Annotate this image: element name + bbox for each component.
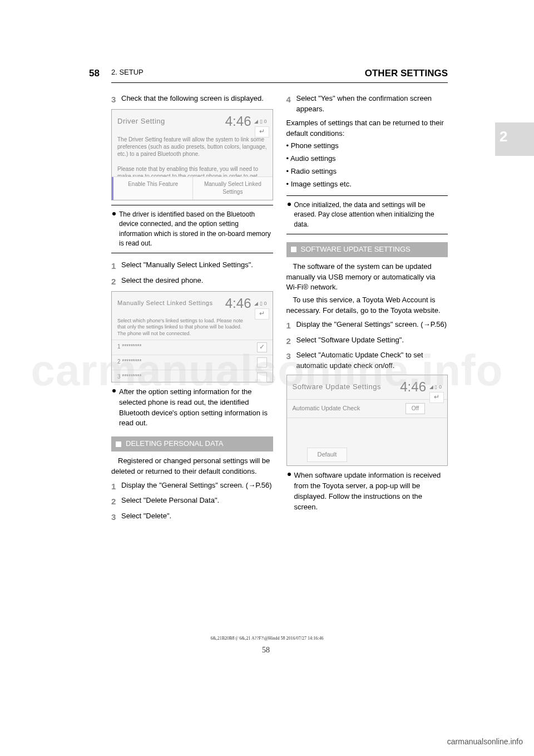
example-2: • Audio settings [286, 154, 448, 164]
sw-intro-1: The software of the system can be update… [286, 262, 448, 293]
step-number: 2 [286, 335, 296, 347]
screen-header: Driver Setting 4:46 ◢ ▯ 0 [112, 110, 273, 134]
screen-title: Driver Setting [117, 116, 165, 127]
step-text: Select "Manually Select Linked Settings"… [121, 260, 273, 272]
step-text: Select "Yes" when the confirmation scree… [296, 94, 448, 115]
phone-row-label: 3 ********* [117, 373, 141, 381]
screen-text-1: The Driver Setting feature will allow th… [112, 134, 273, 160]
phone-row-2[interactable]: 2 ********* [112, 355, 273, 370]
footer-url: carmanualsonline.info [447, 737, 523, 746]
software-update-screenshot: Software Update Settings 4:46 ◢ ▯ 0 ↵ Au… [286, 375, 448, 466]
step-number: 4 [286, 94, 296, 115]
sw-intro-2: To use this service, a Toyota Web Accoun… [286, 295, 448, 316]
heading-software-update: SOFTWARE UPDATE SETTINGS [286, 242, 448, 257]
step-text: Select "Software Update Setting". [296, 335, 448, 347]
step-number: 1 [111, 480, 121, 493]
phone-row-label: 1 ********* [117, 343, 141, 351]
example-1: • Phone settings [286, 141, 448, 151]
phone-row-label: 2 ********* [117, 358, 141, 366]
setting-label: Automatic Update Check [293, 404, 360, 413]
status-icons: ◢ ▯ 0 [254, 118, 266, 125]
back-button[interactable]: ↵ [255, 308, 269, 320]
document-page: 58 2. SETUP OTHER SETTINGS 2 3 Check tha… [0, 0, 534, 756]
delete-step-1: 1 Display the "General Settings" screen.… [111, 480, 273, 493]
step-number: 3 [111, 511, 121, 523]
page-number-top: 58 [89, 68, 100, 79]
phone-row-3[interactable]: 3 ********* [112, 370, 273, 385]
default-button[interactable]: Default [307, 448, 348, 462]
step-number: 3 [286, 350, 296, 371]
delete-intro: Registered or changed personal settings … [111, 456, 273, 477]
screen-clock: 4:46 [225, 294, 251, 313]
sw-step-1: 1 Display the "General Settings" screen.… [286, 320, 448, 332]
screen-clock: 4:46 [400, 377, 426, 397]
screen-desc: Select which phone's linked settings to … [112, 316, 273, 340]
back-button[interactable]: ↵ [429, 392, 444, 403]
legal-footer: 6&,21B20B8 (/ 6&,21 A??F?\@Hindd 58 2016… [194, 636, 340, 641]
step-text: Select "Delete". [121, 511, 273, 523]
side-tab: 2 [495, 122, 534, 156]
status-icons: ◢ ▯ 0 [429, 384, 442, 391]
step-number: 2 [111, 276, 121, 288]
step-number: 1 [286, 320, 296, 332]
heading-delete-personal-data: DELETING PERSONAL DATA [111, 436, 273, 451]
hint-text: The driver is identified based on the Bl… [111, 210, 273, 249]
step-number: 2 [111, 495, 121, 508]
screen-title: Software Update Settings [293, 382, 381, 392]
screen-title: Manually Select Linked Settings [117, 299, 212, 308]
top-rule [111, 82, 448, 83]
hint-text: Once initialized, the data and settings … [286, 200, 448, 229]
bullet-sw-popup: When software update information is rece… [286, 470, 448, 512]
examples-intro: Examples of settings that can be returne… [286, 118, 448, 139]
page-number-bottom: 58 [233, 646, 299, 655]
screen-clock: 4:46 [225, 112, 251, 131]
off-toggle[interactable]: Off [406, 403, 425, 415]
step-number: 3 [111, 94, 121, 106]
screen-header: Software Update Settings 4:46 ◢ ▯ 0 [287, 375, 448, 399]
sw-step-3: 3 Select "Automatic Update Check" to set… [286, 350, 448, 371]
step-number: 1 [111, 260, 121, 272]
example-3: • Radio settings [286, 166, 448, 177]
manually-select-screenshot: Manually Select Linked Settings 4:46 ◢ ▯… [111, 291, 273, 382]
bullet-after-scr2: After the option setting information for… [111, 387, 273, 429]
step-text: Display the "General Settings" screen. (… [296, 320, 448, 332]
chapter-title: OTHER SETTINGS [365, 68, 448, 79]
side-tab-number: 2 [495, 122, 534, 151]
manual-step-2: 2 Select the desired phone. [111, 276, 273, 288]
manually-select-button[interactable]: Manually Select Linked Settings [193, 177, 272, 200]
example-4: • Image settings etc. [286, 179, 448, 190]
delete-step-3: 3 Select "Delete". [111, 511, 273, 523]
right-column: 4 Select "Yes" when the confirmation scr… [286, 90, 448, 527]
enable-feature-button[interactable]: Enable This Feature [112, 177, 193, 200]
phone-row-1[interactable]: 1 ********* ✓ [112, 340, 273, 355]
phone-row-checkbox[interactable] [257, 372, 267, 382]
driver-setting-screenshot: Driver Setting 4:46 ◢ ▯ 0 ↵ The Driver S… [111, 109, 273, 200]
back-button[interactable]: ↵ [255, 126, 269, 138]
step-text: Select the desired phone. [121, 276, 273, 288]
step-text: Display the "General Settings" screen. (… [121, 480, 273, 493]
sw-step-2: 2 Select "Software Update Setting". [286, 335, 448, 347]
step-text: Select "Delete Personal Data". [121, 495, 273, 508]
screen-button-row: Enable This Feature Manually Select Link… [112, 176, 273, 200]
left-column: 3 Check that the following screen is dis… [111, 90, 273, 527]
hint-box-left-1: The driver is identified based on the Bl… [111, 205, 273, 254]
hint-box-right: Once initialized, the data and settings … [286, 195, 448, 234]
section-tab: 2. SETUP [111, 68, 144, 76]
columns: 3 Check that the following screen is dis… [111, 90, 448, 527]
step-3: 3 Check that the following screen is dis… [111, 94, 273, 106]
auto-update-row[interactable]: Automatic Update Check Off [287, 399, 448, 419]
manual-step-1: 1 Select "Manually Select Linked Setting… [111, 260, 273, 272]
status-icons: ◢ ▯ 0 [254, 300, 266, 307]
step-text: Check that the following screen is displ… [121, 94, 273, 106]
screen-header: Manually Select Linked Settings 4:46 ◢ ▯… [112, 292, 273, 316]
phone-row-checkbox[interactable]: ✓ [257, 342, 267, 352]
phone-row-checkbox[interactable] [257, 357, 267, 367]
step-4: 4 Select "Yes" when the confirmation scr… [286, 94, 448, 115]
step-text: Select "Automatic Update Check" to set a… [296, 350, 448, 371]
delete-step-2: 2 Select "Delete Personal Data". [111, 495, 273, 508]
